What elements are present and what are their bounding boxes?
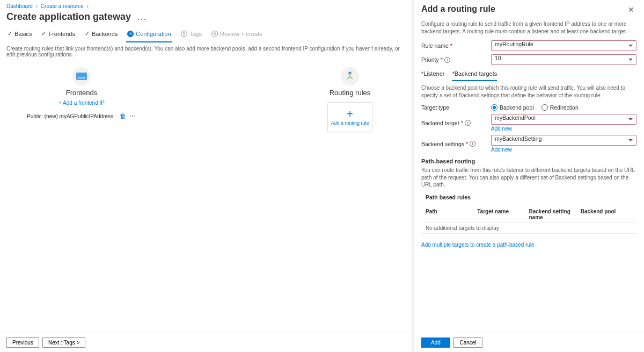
th-pool: Backend pool [581, 209, 632, 220]
previous-button[interactable]: Previous [6, 337, 39, 348]
step-tags[interactable]: 5Tags [180, 28, 203, 42]
path-rules-table: Path Target name Backend setting name Ba… [421, 206, 636, 234]
chevron-right-icon: › [87, 3, 89, 9]
add-routing-rule-card[interactable]: + Add a routing rule [327, 102, 372, 132]
rule-name-label: Rule name * [421, 42, 491, 49]
step-label: Basics [14, 31, 32, 37]
page-title-text: Create application gateway [6, 11, 131, 22]
path-routing-description: You can route traffic from this rule's l… [421, 167, 636, 189]
svg-rect-0 [76, 73, 87, 80]
svg-rect-1 [78, 77, 79, 78]
cancel-button[interactable]: Cancel [453, 337, 482, 348]
delete-icon[interactable]: 🗑 [120, 112, 126, 120]
add-routing-rule-panel: Add a routing rule ✕ Configure a routing… [413, 0, 644, 352]
step-review[interactable]: 6Review + create [210, 28, 264, 42]
panel-title: Add a routing rule [421, 4, 495, 14]
frontend-item[interactable]: Public: (new) myAGPublicIPAddress 🗑 ⋯ [6, 110, 157, 122]
step-configuration[interactable]: 4Configuration [126, 28, 172, 42]
frontend-icon [72, 67, 91, 85]
panel-footer: Add Cancel [414, 333, 644, 352]
step-number-icon: 6 [211, 31, 218, 37]
tab-listener[interactable]: *Listener [421, 68, 444, 81]
plus-icon: + [347, 109, 353, 119]
add-new-backend-target-link[interactable]: Add new [491, 126, 512, 132]
th-target: Target name [477, 209, 529, 220]
th-setting: Backend setting name [529, 209, 581, 220]
step-label: Frontends [48, 31, 75, 37]
more-icon[interactable]: ⋯ [129, 112, 136, 120]
info-icon[interactable]: i [470, 141, 475, 147]
step-number-icon: 5 [181, 31, 187, 37]
breadcrumb: Dashboard › Create a resource › [6, 3, 407, 9]
step-frontends[interactable]: ✓Frontends [40, 28, 76, 42]
add-button[interactable]: Add [421, 337, 450, 348]
next-button[interactable]: Next : Tags > [42, 337, 85, 348]
step-label: Backends [92, 31, 118, 37]
add-multiple-targets-link[interactable]: Add multiple targets to create a path-ba… [421, 242, 535, 248]
close-icon[interactable]: ✕ [626, 4, 636, 15]
step-label: Configuration [136, 31, 171, 37]
frontends-column: Frontends + Add a frontend IP Public: (n… [6, 67, 157, 132]
step-backends[interactable]: ✓Backends [84, 28, 119, 42]
routing-column: Routing rules + Add a routing rule [275, 67, 425, 132]
priority-input[interactable]: 10 [491, 54, 636, 65]
step-label: Tags [189, 31, 202, 37]
chevron-right-icon: › [36, 3, 38, 9]
page-title: Create application gateway … [6, 11, 407, 23]
info-icon[interactable]: i [465, 120, 471, 126]
check-icon: ✓ [8, 30, 12, 37]
step-number-icon: 4 [127, 31, 134, 37]
th-path: Path [426, 209, 477, 220]
backend-description: Choose a backend pool to which this rout… [421, 84, 636, 99]
backend-settings-select[interactable]: myBackendSetting [491, 135, 636, 146]
routing-icon [341, 67, 359, 85]
rule-sub-tabs: *Listener *Backend targets [421, 68, 636, 81]
step-basics[interactable]: ✓Basics [6, 28, 33, 42]
routing-title: Routing rules [275, 89, 425, 97]
check-icon: ✓ [85, 30, 90, 37]
config-note: Create routing rules that link your fron… [6, 46, 407, 58]
backend-target-label: Backend target * i [421, 120, 491, 126]
svg-rect-3 [83, 77, 85, 78]
step-label: Review + create [220, 31, 262, 37]
breadcrumb-dashboard[interactable]: Dashboard [6, 3, 33, 9]
add-frontend-link[interactable]: + Add a frontend IP [6, 100, 157, 106]
rule-name-input[interactable]: myRoutingRule [491, 40, 636, 51]
check-icon: ✓ [41, 30, 46, 37]
more-icon[interactable]: … [137, 11, 147, 22]
radio-redirection[interactable]: Redirection [541, 104, 579, 111]
add-new-backend-settings-link[interactable]: Add new [491, 147, 512, 153]
frontend-item-label: Public: (new) myAGPublicIPAddress [27, 113, 113, 119]
priority-label: Priority * i [421, 56, 491, 63]
info-icon[interactable]: i [444, 57, 450, 63]
wizard-steps: ✓Basics ✓Frontends ✓Backends 4Configurat… [6, 28, 407, 42]
path-routing-heading: Path-based routing [421, 158, 636, 164]
empty-row: No additional targets to display [426, 225, 632, 231]
target-type-label: Target type [421, 104, 491, 111]
breadcrumb-create-resource[interactable]: Create a resource [41, 3, 84, 9]
add-routing-rule-label: Add a routing rule [331, 120, 369, 126]
wizard-footer: Previous Next : Tags > [0, 333, 413, 352]
panel-description: Configure a routing rule to send traffic… [421, 20, 636, 35]
tab-backend-targets[interactable]: *Backend targets [452, 68, 497, 81]
svg-rect-2 [80, 77, 82, 78]
path-rules-section-title: Path based rules [426, 194, 636, 200]
backend-target-select[interactable]: myBackendPool [491, 114, 636, 125]
frontends-title: Frontends [6, 89, 157, 97]
spacer [189, 67, 243, 132]
backend-settings-label: Backend settings * i [421, 141, 491, 147]
radio-backend-pool[interactable]: Backend pool [491, 104, 534, 111]
